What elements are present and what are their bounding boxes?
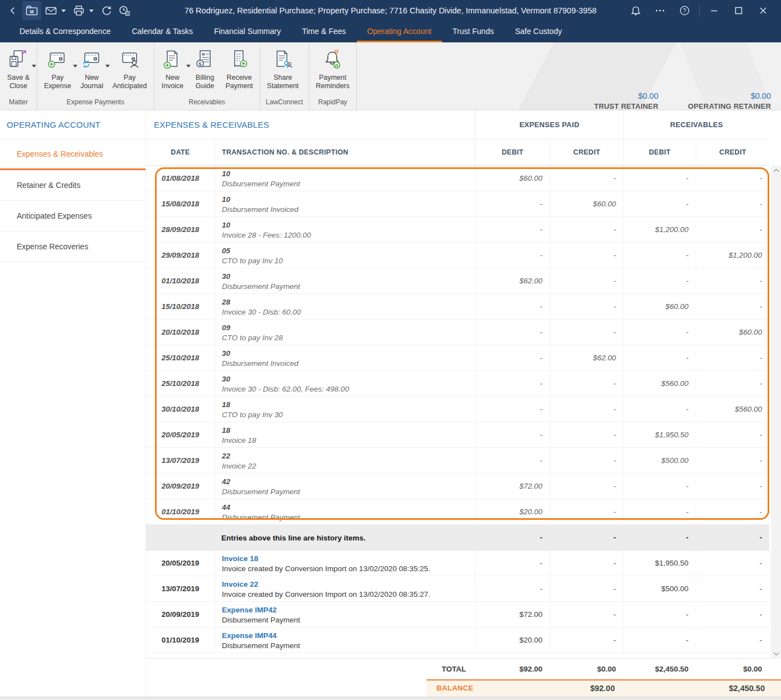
table-row[interactable]: 29/09/201805CTO to pay Inv 10---$1,200.0… (146, 243, 769, 268)
cell-date: 01/08/2018 (146, 166, 215, 191)
history-divider-row: Entries above this line are history item… (146, 525, 769, 551)
transaction-link[interactable]: Invoice 22 (222, 580, 469, 589)
cell-amount: - (623, 499, 696, 524)
table-row[interactable]: 20/05/2019Invoice 18Invoice created by C… (146, 551, 769, 576)
sidebar-item-retainer-credits[interactable]: Retainer & Credits (0, 170, 145, 201)
sidebar-item-expense-recoveries[interactable]: Expense Recoveries (0, 231, 145, 262)
cell-amount: $500.00 (623, 448, 696, 473)
cell-amount: $72.00 (475, 602, 550, 627)
matter-folder-icon[interactable]: M (22, 1, 41, 20)
cell-description: 22Invoice 22 (215, 448, 475, 473)
table-row[interactable]: 30/10/201818CTO to pay Inv 30---$560.00 (146, 397, 769, 422)
table-row[interactable]: 20/10/201809CTO to pay Inv 28---$60.00 (146, 320, 769, 345)
total-label: TOTAL (215, 665, 475, 673)
retainer-value: $0.00 (554, 91, 658, 100)
table-row[interactable]: 20/09/201942Disbursement Payment$72.00--… (146, 474, 769, 499)
share-statement-button[interactable]: ShareStatement (263, 49, 303, 90)
receive-payment-button[interactable]: ReceivePayment (221, 49, 258, 90)
col-date: DATE (146, 139, 215, 165)
tab-operating-account[interactable]: Operating Account (357, 21, 442, 42)
notifications-icon[interactable] (623, 0, 648, 21)
retainer-value: $0.00 (666, 91, 771, 100)
cell-amount: - (475, 191, 550, 216)
cell-description: 30Disbursement Payment (215, 268, 475, 293)
table-row[interactable]: 13/07/201922Invoice 22--$500.00- (146, 448, 769, 474)
dropdown-caret-icon[interactable] (61, 9, 66, 12)
cell-amount: $62.00 (550, 345, 623, 370)
cell-amount: $62.00 (475, 268, 550, 293)
sidebar-item-anticipated-expenses[interactable]: Anticipated Expenses (0, 201, 145, 231)
pay-expense-button[interactable]: PayExpense (40, 49, 76, 90)
table-row[interactable]: 01/10/201830Disbursement Payment$62.00--… (146, 268, 769, 294)
vertical-scrollbar[interactable] (771, 166, 781, 659)
ribbon-group-label: Expense Payments (40, 95, 152, 110)
back-icon[interactable] (4, 2, 21, 19)
minimize-icon[interactable] (702, 0, 726, 21)
table-row[interactable]: 01/10/2019Expense IMP44Disbursement Paym… (146, 627, 769, 653)
tab-safe-custody[interactable]: Safe Custody (505, 21, 573, 42)
refresh-icon[interactable] (98, 2, 115, 19)
pay-anticipated-button[interactable]: PayAnticipated (108, 49, 152, 90)
table-row[interactable]: 01/08/201810Disbursement Payment$60.00--… (146, 166, 769, 191)
transaction-description: CTO to pay Inv 28 (222, 333, 469, 342)
cell-amount: - (696, 268, 769, 293)
transaction-link[interactable]: Invoice 18 (222, 554, 469, 563)
titlebar-right-icons: ? (623, 0, 781, 21)
button-label: Statement (267, 82, 299, 90)
content: OPERATING ACCOUNT Expenses & Receivables… (0, 110, 781, 700)
history-icon[interactable] (116, 2, 133, 19)
new-invoice-button[interactable]: NewInvoice (157, 49, 189, 90)
window-bottom-edge (0, 697, 781, 700)
matter-window: M 76 Rodriguez, Residential Purchase; Pr… (0, 0, 781, 700)
tab-details-correspondence[interactable]: Details & Correspondence (9, 21, 121, 42)
save-close-button[interactable]: Save &Close (2, 49, 35, 90)
table-row[interactable]: 20/09/2019Expense IMP42Disbursement Paym… (146, 602, 769, 627)
dropdown-caret-icon[interactable] (89, 9, 94, 12)
more-icon[interactable] (648, 0, 672, 21)
cell-date: 29/09/2018 (146, 243, 215, 268)
tab-calendar-tasks[interactable]: Calendar & Tasks (121, 21, 203, 42)
sidebar-item-expenses-receivables[interactable]: Expenses & Receivables (0, 139, 145, 170)
ribbon-group-label: Receivables (157, 95, 258, 110)
transaction-link[interactable]: Expense IMP44 (222, 631, 469, 640)
new-journal-button[interactable]: NewJournal (76, 49, 108, 90)
table-row[interactable]: 25/10/201830Invoice 30 - Disb: 62.00, Fe… (146, 371, 769, 397)
transaction-link[interactable]: Expense IMP42 (222, 605, 469, 615)
cell-amount: - (550, 474, 623, 499)
col-rc-debit: DEBIT (623, 139, 696, 165)
table-row[interactable]: 15/10/201828Invoice 30 - Disb: 60.00--$6… (146, 294, 769, 320)
table-row[interactable]: 20/05/201918Invoice 18--$1,950.50- (146, 422, 769, 448)
help-icon[interactable]: ? (672, 0, 697, 21)
cell-amount: - (475, 525, 550, 550)
table-row[interactable]: 25/10/201830Disbursement Invoiced-$62.00… (146, 345, 769, 371)
cell-amount: - (550, 602, 623, 627)
col-ep-credit: CREDIT (550, 139, 623, 165)
table-column-header: DATE TRANSACTION NO. & DESCRIPTION DEBIT… (146, 139, 769, 166)
close-icon[interactable] (751, 0, 775, 21)
scroll-down-icon[interactable] (771, 649, 781, 659)
cell-amount: - (623, 268, 696, 293)
tab-financial-summary[interactable]: Financial Summary (203, 21, 292, 42)
table-row[interactable]: 01/10/201944Disbursement Payment$20.00--… (146, 499, 769, 525)
payment-reminders-icon: R (322, 49, 344, 71)
table-row[interactable]: 13/07/2019Invoice 22Invoice created by C… (146, 576, 769, 602)
billing-guide-button[interactable]: R$BillingGuide (189, 49, 221, 90)
new-invoice-icon (162, 49, 184, 71)
tab-time-fees[interactable]: Time & Fees (292, 21, 357, 42)
print-icon[interactable] (70, 2, 87, 19)
scroll-up-icon[interactable] (771, 166, 781, 175)
cell-amount: - (696, 525, 769, 550)
payment-reminders-button[interactable]: RPaymentReminders (312, 49, 354, 90)
table-row[interactable]: 15/08/201810Disbursement Invoiced-$60.00… (146, 191, 769, 217)
cell-amount: - (475, 371, 550, 396)
tab-trust-funds[interactable]: Trust Funds (442, 21, 505, 42)
maximize-icon[interactable] (726, 0, 751, 21)
cell-amount: $20.00 (475, 627, 550, 653)
email-icon[interactable] (42, 2, 59, 19)
cell-amount: $1,950.50 (623, 422, 696, 447)
retainer-trust-retainer: $0.00TRUST RETAINER (554, 91, 658, 110)
cell-amount: - (696, 217, 769, 242)
transaction-no: 30 (222, 349, 469, 358)
table-row[interactable]: 28/09/201810Invoice 28 - Fees: 1200.00--… (146, 217, 769, 243)
receive-payment-icon (228, 49, 250, 71)
